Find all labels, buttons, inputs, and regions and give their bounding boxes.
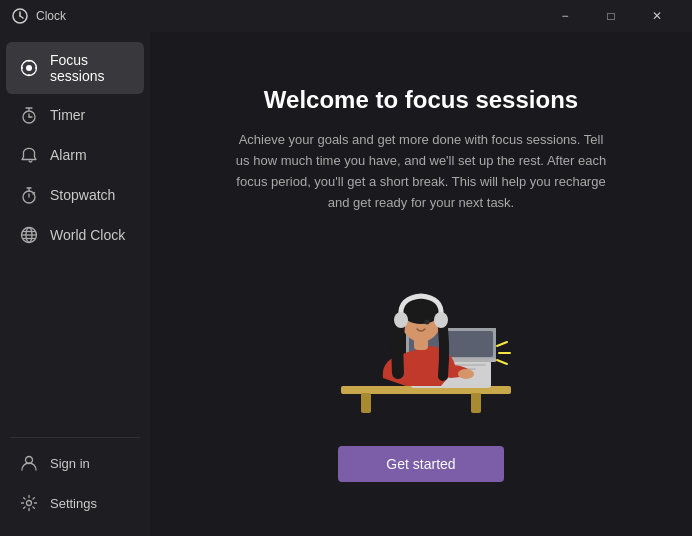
sidebar: Focus sessions Timer — [0, 32, 150, 536]
svg-rect-24 — [361, 393, 371, 413]
main-content: Welcome to focus sessions Achieve your g… — [150, 32, 692, 536]
timer-icon — [20, 106, 38, 124]
sign-in-icon — [20, 454, 38, 472]
minimize-button[interactable]: − — [542, 0, 588, 32]
focus-sessions-icon — [20, 59, 38, 77]
sidebar-item-label: Settings — [50, 496, 97, 511]
svg-rect-25 — [471, 393, 481, 413]
svg-point-22 — [27, 501, 32, 506]
stopwatch-icon — [20, 186, 38, 204]
sidebar-item-label: World Clock — [50, 227, 125, 243]
welcome-title: Welcome to focus sessions — [264, 86, 578, 114]
titlebar: Clock − □ ✕ — [0, 0, 692, 32]
sidebar-item-label: Stopwatch — [50, 187, 115, 203]
sidebar-item-stopwatch[interactable]: Stopwatch — [6, 176, 144, 214]
focus-illustration — [311, 238, 531, 418]
sidebar-divider — [10, 437, 140, 438]
close-button[interactable]: ✕ — [634, 0, 680, 32]
get-started-button[interactable]: Get started — [338, 446, 503, 482]
sidebar-bottom: Sign in Settings — [0, 431, 150, 536]
world-clock-icon — [20, 226, 38, 244]
sidebar-item-focus-sessions[interactable]: Focus sessions — [6, 42, 144, 94]
svg-point-4 — [26, 65, 32, 71]
sidebar-item-alarm[interactable]: Alarm — [6, 136, 144, 174]
app-icon — [12, 8, 28, 24]
welcome-description: Achieve your goals and get more done wit… — [231, 130, 611, 213]
sidebar-item-timer[interactable]: Timer — [6, 96, 144, 134]
titlebar-text: Clock — [36, 9, 542, 23]
app-body: Focus sessions Timer — [0, 32, 692, 536]
sidebar-item-settings[interactable]: Settings — [6, 484, 144, 522]
sidebar-item-label: Timer — [50, 107, 85, 123]
alarm-icon — [20, 146, 38, 164]
svg-point-40 — [425, 319, 430, 324]
sidebar-item-label: Sign in — [50, 456, 90, 471]
svg-line-2 — [20, 16, 23, 18]
sidebar-item-sign-in[interactable]: Sign in — [6, 444, 144, 482]
svg-point-42 — [434, 312, 448, 328]
maximize-button[interactable]: □ — [588, 0, 634, 32]
nav-items: Focus sessions Timer — [0, 40, 150, 431]
settings-icon — [20, 494, 38, 512]
window-controls: − □ ✕ — [542, 0, 680, 32]
svg-line-34 — [497, 360, 507, 364]
svg-line-32 — [497, 342, 507, 346]
svg-point-41 — [394, 312, 408, 328]
svg-point-36 — [458, 369, 474, 379]
sidebar-item-world-clock[interactable]: World Clock — [6, 216, 144, 254]
sidebar-item-label: Focus sessions — [50, 52, 130, 84]
sidebar-item-label: Alarm — [50, 147, 87, 163]
